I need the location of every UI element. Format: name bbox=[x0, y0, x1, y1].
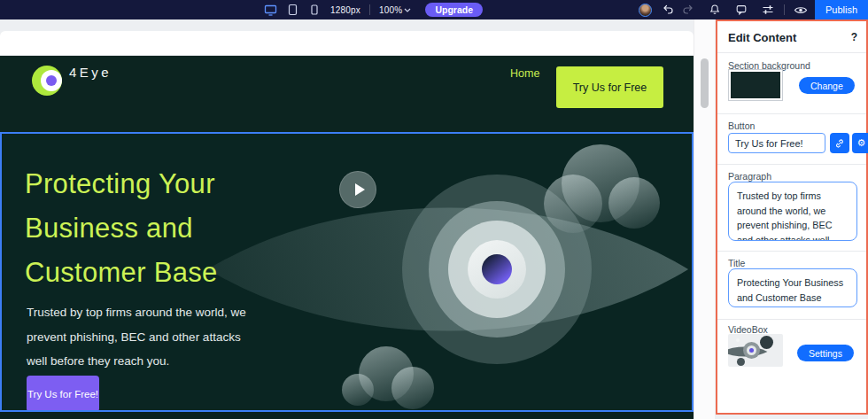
nav-link-home[interactable]: Home bbox=[510, 67, 539, 80]
paragraph-text-input[interactable]: Trusted by top firms around the world, w… bbox=[728, 182, 857, 241]
cloud-circle bbox=[391, 367, 434, 409]
hero-title-line: Protecting Your bbox=[25, 162, 218, 206]
avatar[interactable] bbox=[639, 4, 652, 17]
paragraph-label: Paragraph bbox=[728, 171, 771, 182]
hero-paragraph[interactable]: Trusted by top firms around the world, w… bbox=[27, 300, 246, 374]
panel-divider bbox=[717, 164, 866, 165]
cloud-circle bbox=[342, 374, 374, 406]
section-background-swatch[interactable] bbox=[728, 69, 783, 101]
gear-icon: ⚙ bbox=[857, 138, 866, 148]
logo-eye-pupil bbox=[46, 75, 57, 86]
panel-divider bbox=[717, 52, 866, 53]
desktop-breakpoint-icon[interactable] bbox=[263, 3, 277, 17]
logo-text: 4Eye bbox=[69, 65, 112, 80]
hero-cta-button[interactable]: Try Us for Free! bbox=[27, 376, 99, 412]
cloud-circle bbox=[544, 175, 602, 233]
chevron-down-icon[interactable] bbox=[402, 3, 413, 17]
page-top-white-area bbox=[0, 31, 694, 56]
video-play-button[interactable] bbox=[339, 171, 376, 208]
panel-divider bbox=[717, 113, 866, 114]
zoom-level-value[interactable]: 100% bbox=[379, 5, 402, 15]
edit-content-panel: Edit Content ? Section background Change… bbox=[716, 19, 868, 415]
next-section-strip bbox=[0, 412, 694, 419]
hero-title-line: Business and bbox=[25, 206, 218, 251]
panel-title: Edit Content bbox=[728, 31, 796, 44]
videobox-thumbnail[interactable] bbox=[728, 334, 783, 367]
link-icon-button[interactable] bbox=[830, 133, 849, 153]
change-background-button[interactable]: Change bbox=[799, 77, 855, 94]
panel-divider bbox=[717, 251, 866, 252]
canvas-scrollbar-track[interactable] bbox=[694, 19, 715, 419]
notifications-bell-icon[interactable] bbox=[708, 3, 722, 17]
preview-eye-icon[interactable] bbox=[794, 3, 808, 17]
site-header[interactable]: 4Eye Home Try Us for Free bbox=[0, 56, 694, 132]
hero-title[interactable]: Protecting Your Business and Customer Ba… bbox=[25, 162, 218, 295]
hero-paragraph-line: Trusted by top firms around the world, w… bbox=[27, 300, 246, 325]
publish-button[interactable]: Publish bbox=[815, 0, 868, 19]
button-text-input[interactable] bbox=[728, 133, 825, 153]
toolbar-divider bbox=[369, 4, 370, 15]
header-cta-button[interactable]: Try Us for Free bbox=[556, 66, 663, 108]
toolbar-divider bbox=[784, 4, 785, 15]
site-logo[interactable] bbox=[32, 66, 62, 96]
canvas-scrollbar-thumb[interactable] bbox=[701, 58, 709, 108]
videobox-settings-button[interactable]: Settings bbox=[797, 345, 854, 361]
tablet-breakpoint-icon[interactable] bbox=[285, 3, 299, 17]
panel-divider bbox=[717, 319, 866, 320]
help-icon[interactable]: ? bbox=[851, 31, 857, 43]
play-icon bbox=[355, 183, 365, 196]
thumb-cloud bbox=[760, 336, 773, 349]
cloud-circle bbox=[608, 177, 660, 229]
hero-paragraph-line: prevent phishing, BEC and other attacks bbox=[27, 325, 246, 350]
tools-sliders-icon[interactable] bbox=[761, 3, 775, 17]
button-label: Button bbox=[728, 120, 755, 131]
thumb-dot bbox=[736, 338, 740, 342]
redo-icon[interactable] bbox=[681, 3, 695, 17]
undo-icon[interactable] bbox=[662, 3, 676, 17]
breakpoint-width-value: 1280px bbox=[330, 5, 360, 15]
thumb-cloud bbox=[737, 358, 745, 366]
button-settings-gear-button[interactable]: ⚙ bbox=[852, 133, 868, 153]
eye-pupil bbox=[482, 254, 512, 284]
mobile-breakpoint-icon[interactable] bbox=[307, 3, 322, 17]
link-icon bbox=[834, 138, 845, 149]
title-text-input[interactable]: Protecting Your Business and Customer Ba… bbox=[728, 268, 857, 307]
hero-section-selected[interactable]: Protecting Your Business and Customer Ba… bbox=[0, 132, 694, 412]
comments-icon[interactable] bbox=[734, 3, 748, 17]
upgrade-button[interactable]: Upgrade bbox=[425, 3, 483, 17]
title-label: Title bbox=[728, 258, 745, 268]
thumb-eye-pupil bbox=[749, 348, 754, 353]
hero-title-line: Customer Base bbox=[25, 251, 218, 295]
hero-paragraph-line: well before they reach you. bbox=[27, 349, 246, 374]
editor-toolbar: 1280px 100% Upgrade Publish bbox=[0, 0, 868, 19]
